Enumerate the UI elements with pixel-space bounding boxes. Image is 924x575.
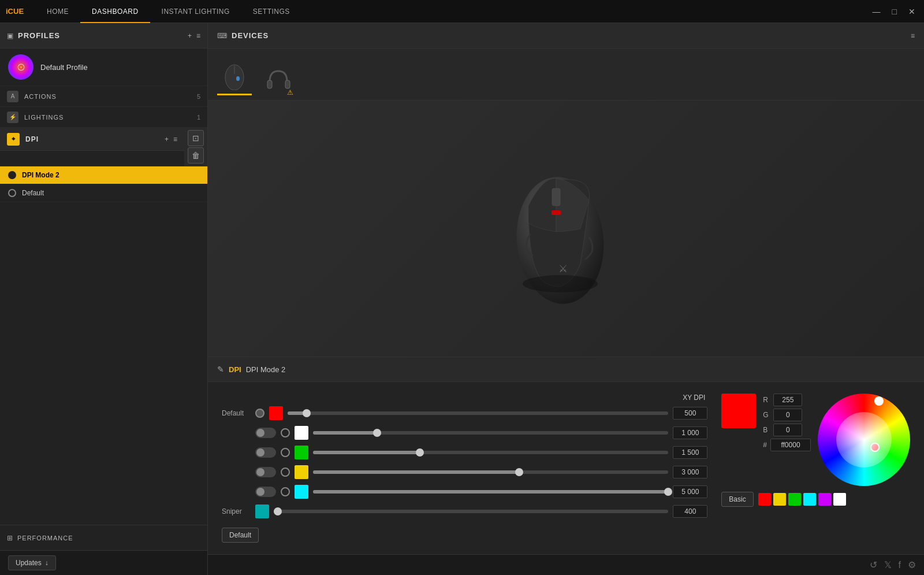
sniper-slider[interactable] (274, 510, 668, 513)
svg-rect-6 (552, 188, 560, 206)
dpi-row-2-value[interactable] (673, 426, 707, 439)
swatch-green[interactable] (788, 493, 801, 506)
dpi-row-1-value[interactable] (673, 407, 707, 420)
dpi-add-button[interactable]: + (165, 135, 169, 143)
dpi-row-4-value[interactable] (673, 466, 707, 478)
dpi-row-3-toggle[interactable] (255, 447, 276, 458)
minimize-button[interactable]: — (870, 7, 884, 16)
twitter-icon[interactable]: 𝕏 (884, 559, 892, 570)
color-wheel-container[interactable] (818, 394, 910, 486)
color-top: R G B # (721, 394, 910, 486)
headset-thumbnail: ⚠ (261, 64, 296, 95)
dpi-row-3-value[interactable] (673, 446, 707, 459)
close-button[interactable]: ✕ (906, 7, 918, 16)
profile-avatar: ⊙ (8, 54, 33, 80)
dpi-row-2-circle[interactable] (281, 428, 290, 437)
dpi-row-3-swatch[interactable] (295, 446, 308, 459)
main-layout: ▣ PROFILES + ≡ ⊙ Default Profile A ACTIO… (0, 23, 924, 575)
nav-home[interactable]: HOME (35, 0, 80, 23)
headset-warning-icon: ⚠ (287, 88, 293, 97)
svg-point-9 (523, 275, 598, 292)
dpi-row-3-slider[interactable] (313, 451, 668, 454)
nav-settings[interactable]: SETTINGS (241, 0, 301, 23)
updates-button[interactable]: Updates ↓ (8, 555, 56, 570)
dpi-edit-mode: DPI Mode 2 (246, 365, 286, 374)
dpi-menu-button[interactable]: ≡ (173, 135, 177, 143)
maximize-button[interactable]: □ (889, 7, 900, 16)
actions-section[interactable]: A ACTIONS 5 (0, 86, 207, 107)
settings-icon[interactable]: ⚙ (908, 559, 916, 570)
dpi-row-2-toggle[interactable] (255, 428, 276, 438)
b-input[interactable] (773, 424, 802, 436)
swatch-white[interactable] (833, 493, 846, 506)
dpi-row-sniper: Sniper (222, 504, 707, 518)
svg-rect-4 (285, 80, 290, 88)
dpi-row-4-swatch[interactable] (295, 465, 308, 479)
dpi-row-1-swatch[interactable] (269, 406, 283, 420)
lightings-section[interactable]: ⚡ LIGHTINGS 1 (0, 107, 207, 128)
dpi-item-default[interactable]: Default (0, 184, 207, 202)
dpi-edit-icon[interactable]: ✎ (217, 365, 224, 374)
dpi-row-4-circle[interactable] (281, 468, 290, 477)
dpi-mode2-dot (8, 171, 16, 179)
performance-label: PERFORMANCE (17, 535, 73, 541)
hex-input[interactable] (770, 439, 811, 451)
dpi-section-header[interactable]: ⌖ DPI + ≡ (0, 128, 184, 151)
dpi-row-4-slider[interactable] (313, 470, 668, 474)
window-controls: — □ ✕ (870, 7, 918, 16)
dpi-row-2-slider[interactable] (313, 431, 668, 435)
r-label: R (763, 396, 770, 404)
dpi-copy-button[interactable]: ⊡ (188, 130, 204, 146)
nav-instant-lighting[interactable]: INSTANT LIGHTING (150, 0, 241, 23)
sniper-value[interactable] (673, 505, 707, 518)
color-wheel[interactable] (818, 394, 910, 486)
dpi-row-5-toggle[interactable] (255, 487, 276, 497)
dpi-default-dot (8, 189, 16, 197)
device-mouse[interactable] (217, 60, 252, 95)
color-g-row: G (763, 409, 811, 421)
r-input[interactable] (773, 394, 802, 406)
performance-section[interactable]: ⊞ PERFORMANCE (0, 525, 207, 550)
xy-dpi-label: XY DPI (222, 394, 707, 402)
app-logo: iCUE (6, 7, 24, 16)
refresh-icon[interactable]: ↺ (870, 559, 877, 570)
sniper-swatch[interactable] (255, 504, 269, 518)
dpi-row-2-swatch[interactable] (295, 426, 308, 440)
swatch-yellow[interactable] (773, 493, 786, 506)
svg-rect-7 (552, 210, 561, 215)
color-swatches (758, 493, 846, 506)
sniper-label: Sniper (222, 507, 251, 515)
updates-label: Updates (16, 559, 42, 567)
dpi-row-5-circle[interactable] (281, 487, 290, 496)
swatch-red[interactable] (758, 493, 771, 506)
dpi-row-4-toggle[interactable] (255, 467, 276, 477)
titlebar: iCUE HOME DASHBOARD INSTANT LIGHTING SET… (0, 0, 924, 23)
swatch-purple[interactable] (818, 493, 831, 506)
nav-dashboard[interactable]: DASHBOARD (80, 0, 150, 23)
profile-item[interactable]: ⊙ Default Profile (0, 49, 207, 86)
hash-label: # (763, 441, 767, 449)
g-input[interactable] (773, 409, 802, 421)
facebook-icon[interactable]: f (899, 560, 901, 570)
basic-button[interactable]: Basic (721, 492, 753, 507)
dpi-row-1-circle[interactable] (255, 409, 264, 418)
dpi-row-3-circle[interactable] (281, 448, 290, 457)
profiles-add-button[interactable]: + (188, 32, 192, 40)
profiles-actions: + ≡ (188, 32, 200, 40)
dpi-item-mode2[interactable]: DPI Mode 2 (0, 166, 207, 184)
lightings-count: 1 (197, 114, 200, 121)
dpi-row-5-swatch[interactable] (295, 485, 308, 499)
default-button[interactable]: Default (222, 528, 259, 543)
device-headset[interactable]: ⚠ (261, 64, 296, 95)
dpi-delete-button[interactable]: 🗑 (188, 147, 204, 164)
dpi-row-1-slider[interactable] (288, 411, 668, 415)
dpi-row-5-slider[interactable] (313, 490, 668, 494)
dpi-row-5-value[interactable] (673, 485, 707, 498)
devices-menu-button[interactable]: ≡ (911, 32, 915, 40)
dpi-edit-bar: ✎ DPI DPI Mode 2 (208, 357, 924, 382)
profiles-header: ▣ PROFILES + ≡ (0, 23, 207, 49)
dpi-row-1: Default (222, 406, 707, 420)
profiles-menu-button[interactable]: ≡ (196, 32, 200, 40)
swatch-cyan[interactable] (803, 493, 816, 506)
color-wheel-dot[interactable] (870, 443, 880, 452)
